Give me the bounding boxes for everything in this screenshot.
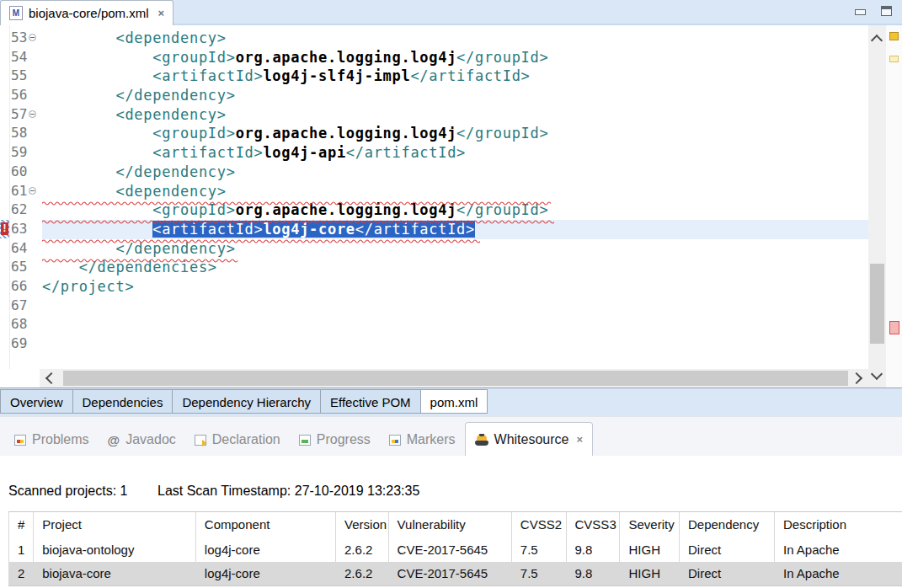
table-cell: CVE-2017-5645 bbox=[388, 537, 511, 562]
view-tab-markers[interactable]: Markers bbox=[380, 424, 465, 456]
table-cell: HIGH bbox=[620, 562, 680, 586]
code-line[interactable]: <artifactId>log4j-core</artifactId> bbox=[42, 220, 868, 239]
column-header[interactable]: Version bbox=[336, 512, 389, 537]
code-line[interactable]: </dependency> bbox=[42, 163, 868, 182]
view-tab-whitesource[interactable]: Whitesource× bbox=[465, 422, 594, 456]
view-tab-label: Markers bbox=[407, 432, 456, 447]
table-cell: biojava-ontology bbox=[34, 537, 196, 562]
column-header[interactable]: CVSS3 bbox=[566, 512, 620, 537]
view-tab-javadoc[interactable]: @Javadoc bbox=[99, 424, 185, 456]
line-number: 69 bbox=[0, 334, 42, 354]
table-cell: 1 bbox=[9, 537, 34, 562]
horizontal-scrollbar[interactable] bbox=[40, 369, 868, 388]
overview-warning-marker-2[interactable] bbox=[889, 56, 899, 62]
xml-tag-token: </groupId> bbox=[456, 201, 548, 218]
code-line[interactable]: <dependency> bbox=[42, 182, 868, 201]
column-header[interactable]: Severity bbox=[620, 512, 680, 537]
view-tab-progress[interactable]: Progress bbox=[290, 424, 380, 456]
table-cell: In Apache bbox=[774, 562, 902, 586]
scroll-down-icon[interactable] bbox=[871, 368, 883, 380]
code-line[interactable]: </dependency> bbox=[42, 239, 868, 259]
overview-warning-marker[interactable] bbox=[889, 32, 899, 40]
vertical-scrollbar[interactable] bbox=[868, 25, 886, 388]
fold-collapse-icon[interactable] bbox=[29, 187, 36, 195]
progress-icon bbox=[299, 435, 311, 446]
scroll-right-icon[interactable] bbox=[851, 372, 862, 384]
editor-tab-close-icon[interactable]: × bbox=[158, 7, 165, 19]
column-header[interactable]: Project bbox=[34, 512, 196, 537]
whitesource-icon bbox=[475, 434, 488, 446]
table-cell: In Apache bbox=[774, 537, 902, 562]
scroll-up-icon[interactable] bbox=[871, 35, 883, 46]
code-line[interactable]: <groupId>org.apache.logging.log4j</group… bbox=[42, 48, 868, 67]
page-tab-dependency-hierarchy[interactable]: Dependency Hierarchy bbox=[173, 389, 321, 414]
xml-tag-token: <artifactId> bbox=[152, 67, 263, 84]
xml-tag-token: </dependency> bbox=[115, 163, 235, 180]
eclipse-window: M biojava-core/pom.xml × 535455565758596… bbox=[0, 0, 902, 588]
editor-tab-pom-xml[interactable]: M biojava-core/pom.xml × bbox=[0, 0, 173, 25]
markers-icon bbox=[389, 435, 401, 446]
horizontal-scrollbar-thumb[interactable] bbox=[63, 371, 848, 386]
table-cell: Direct bbox=[679, 537, 774, 562]
code-line[interactable]: <groupId>org.apache.logging.log4j</group… bbox=[42, 200, 868, 220]
error-marker-icon[interactable]: ! bbox=[0, 220, 9, 238]
column-header[interactable]: CVSS2 bbox=[511, 512, 566, 537]
overview-error-marker[interactable] bbox=[889, 321, 899, 334]
code-lines: <dependency> <groupId>org.apache.logging… bbox=[42, 29, 868, 354]
line-number: 56 bbox=[0, 86, 42, 105]
code-area[interactable]: <dependency> <groupId>org.apache.logging… bbox=[42, 25, 868, 369]
code-line[interactable]: </project> bbox=[42, 277, 868, 297]
xml-editor: 5354555657585960616263646566676869 ! <de… bbox=[0, 25, 902, 388]
whitesource-panel: Scanned projects: 1 Last Scan Timestamp:… bbox=[0, 456, 902, 588]
xml-text-token: log4j-api bbox=[263, 144, 345, 161]
xml-tag-token: <artifactId> bbox=[152, 144, 263, 161]
view-tab-declaration[interactable]: Declaration bbox=[185, 424, 290, 456]
selected-text[interactable]: <artifactId>log4j-core</artifactId> bbox=[152, 221, 475, 238]
line-number: 60 bbox=[0, 163, 42, 182]
view-tab-close-icon[interactable]: × bbox=[576, 433, 583, 446]
column-header[interactable]: Description bbox=[774, 512, 902, 537]
column-header[interactable]: Dependency bbox=[679, 512, 774, 537]
table-cell: log4j-core bbox=[195, 537, 335, 562]
table-cell: 2 bbox=[9, 562, 34, 586]
maximize-icon[interactable] bbox=[881, 6, 892, 16]
view-tab-problems[interactable]: Problems bbox=[5, 424, 99, 456]
table-row[interactable]: 1biojava-ontologylog4j-core2.6.2CVE-2017… bbox=[9, 537, 902, 562]
xml-tag-token: </artifactId> bbox=[346, 144, 466, 161]
xml-tag-token: </project> bbox=[42, 278, 134, 295]
table-row[interactable]: 2biojava-corelog4j-core2.6.2CVE-2017-564… bbox=[9, 562, 902, 586]
page-tab-pom-xml[interactable]: pom.xml bbox=[421, 389, 488, 414]
code-line[interactable]: <groupId>org.apache.logging.log4j</group… bbox=[42, 124, 868, 143]
table-cell: 7.5 bbox=[511, 537, 566, 562]
code-line[interactable] bbox=[42, 315, 868, 334]
code-line[interactable]: </dependency> bbox=[42, 86, 868, 105]
scanned-projects-label: Scanned projects: 1 bbox=[8, 484, 127, 499]
code-line[interactable]: <artifactId>log4j-slf4j-impl</artifactId… bbox=[42, 67, 868, 86]
fold-collapse-icon[interactable] bbox=[29, 34, 36, 41]
view-tab-label: Declaration bbox=[212, 432, 280, 447]
line-number: 58 bbox=[0, 124, 42, 143]
page-tab-effective-pom[interactable]: Effective POM bbox=[321, 389, 421, 414]
fold-collapse-icon[interactable] bbox=[29, 110, 36, 118]
xml-tag-token: <artifactId> bbox=[152, 221, 263, 238]
code-line[interactable]: <artifactId>log4j-api</artifactId> bbox=[42, 143, 868, 163]
page-tab-overview[interactable]: Overview bbox=[0, 389, 73, 414]
code-line[interactable]: <dependency> bbox=[42, 105, 868, 125]
code-line[interactable] bbox=[42, 334, 868, 354]
vertical-scrollbar-thumb[interactable] bbox=[870, 264, 884, 344]
code-line[interactable] bbox=[42, 297, 868, 316]
scroll-left-icon[interactable] bbox=[45, 372, 57, 384]
code-line[interactable]: </dependencies> bbox=[42, 258, 868, 277]
column-header[interactable]: Component bbox=[195, 512, 335, 537]
line-number: 53 bbox=[0, 29, 42, 48]
xml-text-token: org.apache.logging.log4j bbox=[236, 125, 456, 142]
column-header[interactable]: # bbox=[9, 512, 34, 537]
column-header[interactable]: Vulnerability bbox=[388, 512, 511, 537]
page-tab-dependencies[interactable]: Dependencies bbox=[73, 389, 173, 414]
xml-tag-token: </artifactId> bbox=[410, 67, 530, 84]
minimize-icon[interactable] bbox=[855, 9, 866, 15]
xml-tag-token: <dependency> bbox=[115, 106, 226, 123]
code-line[interactable]: <dependency> bbox=[42, 29, 868, 48]
xml-tag-token: </dependency> bbox=[115, 87, 235, 104]
xml-tag-token: <groupId> bbox=[152, 201, 235, 218]
